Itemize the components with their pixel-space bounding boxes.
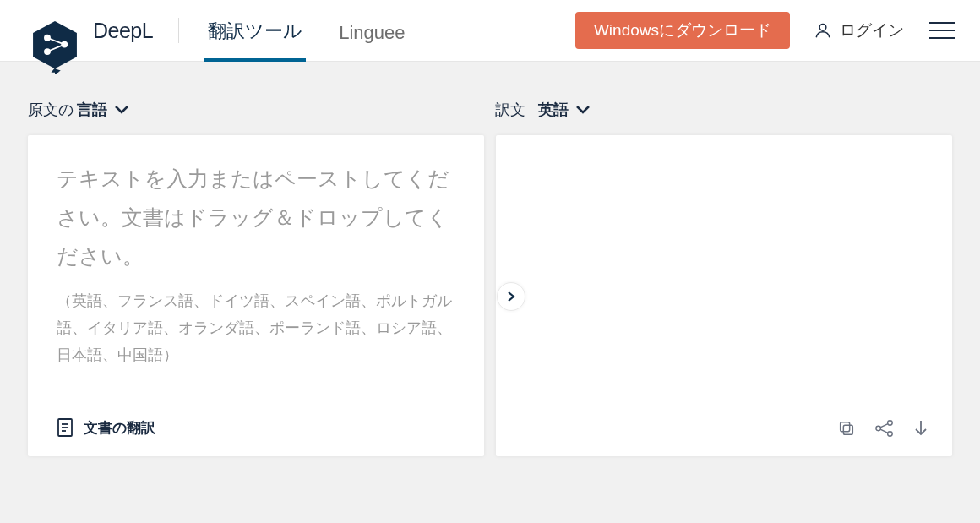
download-arrow-icon[interactable]	[913, 419, 928, 438]
download-button[interactable]: Windowsにダウンロード	[575, 12, 790, 49]
svg-point-7	[819, 24, 826, 30]
nav-linguee[interactable]: Linguee	[335, 22, 408, 62]
svg-marker-0	[33, 21, 77, 68]
share-icon[interactable]	[874, 419, 895, 438]
menu-button[interactable]	[929, 22, 955, 39]
header-separator	[178, 18, 179, 43]
supported-languages-hint: （英語、フランス語、ドイツ語、スペイン語、ポルトガル語、イタリア語、オランダ語、…	[57, 287, 455, 368]
svg-line-17	[880, 424, 888, 428]
copy-icon[interactable]	[837, 419, 856, 438]
source-textarea[interactable]: テキストを入力またはペーストしてください。文書はドラッグ＆ドロップしてください。	[57, 159, 455, 275]
source-language-selector[interactable]: 原文の 言語	[28, 100, 485, 120]
login-button[interactable]: ログイン	[814, 19, 904, 41]
chevron-right-icon	[507, 291, 515, 302]
logo[interactable]: DeepL	[29, 4, 153, 57]
document-icon	[57, 417, 74, 438]
target-language-selector[interactable]: 訳文 英語	[495, 100, 952, 120]
logo-icon	[29, 21, 81, 74]
brand-name: DeepL	[93, 19, 153, 43]
svg-point-16	[888, 432, 893, 437]
chevron-down-icon	[575, 105, 591, 115]
target-prefix: 訳文	[495, 100, 525, 120]
language-bar: 原文の 言語 訳文 英語	[28, 100, 952, 135]
translate-document-label: 文書の翻訳	[84, 418, 155, 438]
main-nav: 翻訳ツール Linguee	[204, 0, 408, 62]
output-actions	[837, 419, 928, 438]
svg-rect-12	[843, 425, 852, 434]
translate-document-button[interactable]: 文書の翻訳	[57, 417, 155, 438]
chevron-down-icon	[114, 105, 129, 115]
translator-panels: テキストを入力またはペーストしてください。文書はドラッグ＆ドロップしてください。…	[28, 135, 952, 456]
target-lang: 英語	[538, 100, 569, 120]
target-panel	[496, 135, 952, 456]
svg-point-15	[888, 421, 893, 426]
nav-translator[interactable]: 翻訳ツール	[204, 19, 306, 62]
svg-rect-13	[841, 422, 850, 432]
svg-line-18	[880, 429, 888, 433]
header-bar: DeepL 翻訳ツール Linguee Windowsにダウンロード ログイン	[0, 0, 980, 62]
source-panel: テキストを入力またはペーストしてください。文書はドラッグ＆ドロップしてください。…	[28, 135, 484, 456]
source-prefix: 原文の	[28, 100, 74, 120]
swap-languages-button[interactable]	[497, 282, 525, 311]
svg-point-14	[876, 426, 881, 431]
login-label: ログイン	[840, 19, 904, 41]
user-icon	[814, 21, 832, 40]
content-area: 原文の 言語 訳文 英語 テキストを入力またはペーストしてください。文書はドラッ…	[0, 62, 980, 456]
source-lang: 言語	[77, 100, 107, 120]
